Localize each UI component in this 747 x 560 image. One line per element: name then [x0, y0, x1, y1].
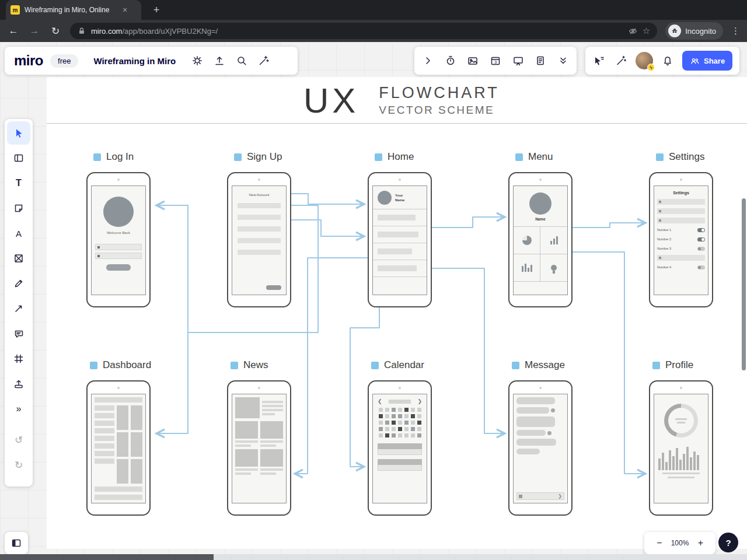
- label-bullet: [656, 153, 664, 161]
- next-month-icon: ❯: [417, 398, 422, 404]
- screen-label-login: Log In: [106, 151, 134, 163]
- redo-button[interactable]: ↻: [7, 453, 30, 477]
- timer-icon[interactable]: [443, 53, 458, 68]
- miro-favicon-icon: m: [11, 5, 20, 15]
- presentation-icon[interactable]: [511, 53, 526, 68]
- zoom-level[interactable]: 100%: [671, 539, 689, 547]
- phone-frame: [86, 380, 151, 516]
- board-canvas[interactable]: UX FLOWCHART VECTOR SCHEME: [47, 77, 747, 549]
- pen-tool[interactable]: [7, 272, 30, 295]
- frame-tool[interactable]: [7, 347, 30, 370]
- wireframe-menu[interactable]: Menu Name: [508, 172, 573, 307]
- bar-chart-sketch: [654, 444, 708, 470]
- frames-panel-button[interactable]: [5, 532, 28, 554]
- wireframe-settings[interactable]: Settings Settings Number 1 Number 2 Numb…: [649, 172, 713, 307]
- undo-button[interactable]: ↺: [7, 428, 30, 452]
- screen-label-settings: Settings: [669, 151, 704, 163]
- address-bar[interactable]: miro.com/app/board/uXjVPBU2KNg=/ ☆: [70, 23, 657, 39]
- wireframe-news[interactable]: News: [227, 380, 291, 516]
- shapes-tool[interactable]: A: [7, 222, 30, 245]
- label-bullet: [90, 362, 97, 369]
- vertical-scrollbar[interactable]: [742, 198, 746, 370]
- back-button[interactable]: ←: [7, 25, 20, 37]
- magic-wand-icon[interactable]: [256, 53, 271, 68]
- url-text: miro.com/app/board/uXjVPBU2KNg=/: [91, 27, 218, 36]
- eye-off-icon[interactable]: [628, 26, 638, 36]
- help-button[interactable]: ?: [718, 533, 738, 552]
- label-bullet: [375, 153, 382, 161]
- plan-badge[interactable]: free: [50, 54, 78, 68]
- horizontal-scrollbar[interactable]: [0, 554, 214, 560]
- signup-button-sketch: [266, 285, 281, 290]
- screen-label-home: Home: [388, 151, 414, 163]
- donut-chart-sketch: [664, 404, 698, 438]
- avatar-circle: [378, 191, 392, 205]
- more-tools[interactable]: »: [7, 397, 30, 421]
- media-tool[interactable]: [7, 247, 30, 270]
- wireframe-signup[interactable]: Sign Up New Account: [227, 172, 291, 307]
- lock-icon: [77, 26, 86, 36]
- wireframe-profile[interactable]: Profile: [649, 380, 713, 516]
- svg-text:3: 3: [494, 60, 497, 65]
- board-title[interactable]: Wireframing in Miro: [93, 56, 176, 66]
- browser-window: m Wireframing in Miro, Online × + ← → ↻ …: [0, 0, 747, 560]
- pie-chart-icon: [522, 236, 532, 245]
- zoom-in-button[interactable]: +: [696, 538, 704, 548]
- screen-label-profile: Profile: [665, 359, 693, 371]
- bookmark-star-icon[interactable]: ☆: [643, 26, 650, 36]
- wireframe-login[interactable]: Log In Welcome Back: [86, 172, 151, 307]
- collapse-toolbar-icon[interactable]: [556, 53, 571, 68]
- export-icon[interactable]: [212, 53, 227, 68]
- phone-frame: [649, 380, 713, 516]
- wireframe-dashboard[interactable]: Dashboard: [86, 380, 151, 516]
- board-header-panel: miro free Wireframing in Miro: [5, 47, 298, 75]
- zoom-out-button[interactable]: −: [655, 538, 664, 548]
- wireframe-calendar[interactable]: Calendar ❮ ❯: [368, 380, 432, 516]
- notifications-bell-icon[interactable]: [660, 53, 675, 68]
- select-tool[interactable]: [7, 121, 30, 145]
- screen-label-news: News: [243, 359, 268, 371]
- miro-logo[interactable]: miro: [14, 52, 43, 69]
- laser-pointer-icon[interactable]: [613, 53, 629, 68]
- text-tool[interactable]: T: [7, 172, 30, 195]
- reload-button[interactable]: ↻: [49, 25, 62, 37]
- forward-button[interactable]: →: [28, 25, 41, 37]
- user-avatar[interactable]: ϟ: [636, 52, 653, 69]
- chat-input-sketch: ❯: [516, 492, 564, 500]
- wireframe-home[interactable]: Home YourName: [368, 172, 432, 307]
- browser-tab[interactable]: m Wireframing in Miro, Online ×: [6, 0, 141, 20]
- calendar-icon[interactable]: 3: [488, 53, 503, 68]
- upgrade-bolt-icon: ϟ: [647, 64, 655, 71]
- calendar-grid: [373, 408, 427, 438]
- chat-avatar-dot: [547, 431, 551, 435]
- phone-frame: ❮ ❯: [368, 380, 432, 516]
- board-settings-icon[interactable]: [190, 53, 205, 68]
- avatar-circle: [103, 197, 134, 227]
- search-icon[interactable]: [234, 53, 249, 68]
- sticky-note-tool[interactable]: [7, 197, 30, 220]
- tab-close-icon[interactable]: ×: [123, 6, 127, 14]
- follow-cursor-icon[interactable]: [591, 53, 606, 68]
- wireframe-message[interactable]: Message ❯: [508, 380, 573, 516]
- connection-line-tool[interactable]: [7, 297, 30, 320]
- toggle-on: [697, 228, 705, 232]
- frame-image-icon[interactable]: [465, 53, 480, 68]
- screen-label-dashboard: Dashboard: [103, 359, 151, 371]
- label-bullet: [231, 362, 238, 369]
- notes-icon[interactable]: [533, 53, 548, 68]
- password-field-sketch: [95, 253, 142, 259]
- avatar-circle: [529, 192, 551, 215]
- phone-frame: ❯: [508, 380, 573, 516]
- new-tab-button[interactable]: +: [149, 3, 163, 17]
- signal-bars-icon: [550, 236, 558, 244]
- browser-menu-icon[interactable]: ⋮: [731, 26, 740, 36]
- templates-tool[interactable]: [7, 146, 30, 170]
- comment-tool[interactable]: [7, 322, 30, 345]
- share-button[interactable]: Share: [682, 51, 732, 71]
- upload-tool[interactable]: [7, 372, 30, 396]
- incognito-badge: Incognito: [665, 22, 723, 40]
- miro-app: UX FLOWCHART VECTOR SCHEME: [0, 42, 747, 560]
- label-bullet: [371, 362, 379, 369]
- toggle-off: [697, 247, 705, 251]
- expand-icon[interactable]: [420, 53, 435, 68]
